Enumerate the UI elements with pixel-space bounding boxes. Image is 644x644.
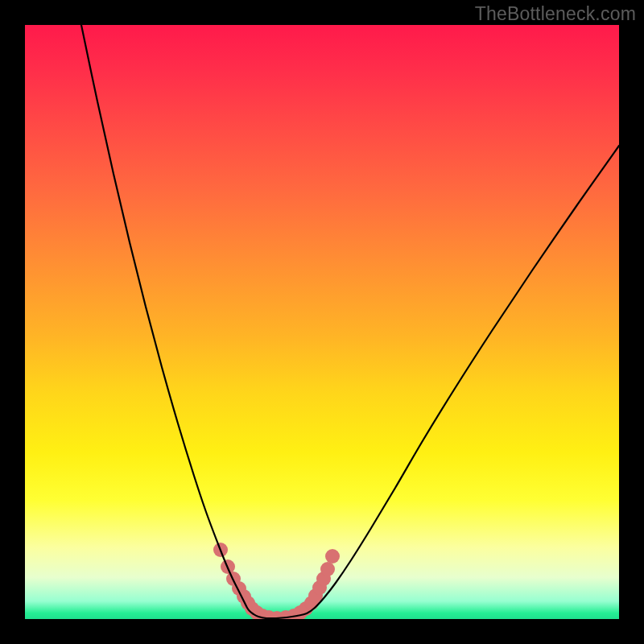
data-marker [325, 549, 340, 564]
data-marker [320, 562, 335, 576]
data-markers [213, 543, 340, 619]
plot-area [25, 25, 619, 619]
outer-frame: TheBottleneck.com [0, 0, 644, 644]
chart-svg [25, 25, 619, 619]
watermark-text: TheBottleneck.com [475, 3, 636, 25]
v-curve [81, 25, 619, 618]
